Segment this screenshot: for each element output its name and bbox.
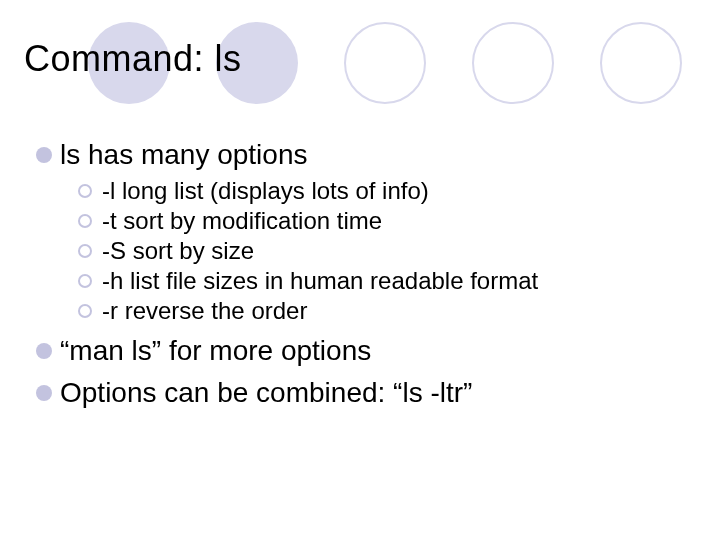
bullet-text: Options can be combined: “ls -ltr”: [60, 376, 472, 410]
decorative-circle: [600, 22, 682, 104]
sub-bullet-text: -h list file sizes in human readable for…: [102, 266, 538, 296]
bullet-circle-icon: [78, 214, 92, 228]
bullet-dot-icon: [36, 385, 52, 401]
decorative-circle: [472, 22, 554, 104]
sub-bullet-text: -S sort by size: [102, 236, 254, 266]
bullet-circle-icon: [78, 274, 92, 288]
decorative-circle: [344, 22, 426, 104]
bullet-level-1: “man ls” for more options: [36, 334, 684, 368]
bullet-level-2: -t sort by modification time: [78, 206, 684, 236]
bullet-level-1: Options can be combined: “ls -ltr”: [36, 376, 684, 410]
bullet-level-2: -S sort by size: [78, 236, 684, 266]
sub-bullet-text: -l long list (displays lots of info): [102, 176, 429, 206]
bullet-level-2: -h list file sizes in human readable for…: [78, 266, 684, 296]
bullet-circle-icon: [78, 304, 92, 318]
bullet-dot-icon: [36, 343, 52, 359]
bullet-level-2: -l long list (displays lots of info): [78, 176, 684, 206]
slide-title: Command: ls: [24, 38, 242, 80]
bullet-circle-icon: [78, 244, 92, 258]
sub-bullet-text: -r reverse the order: [102, 296, 307, 326]
bullet-circle-icon: [78, 184, 92, 198]
slide-content: ls has many options-l long list (display…: [36, 130, 684, 414]
sub-bullet-group: -l long list (displays lots of info)-t s…: [78, 176, 684, 326]
sub-bullet-text: -t sort by modification time: [102, 206, 382, 236]
bullet-level-1: ls has many options: [36, 138, 684, 172]
bullet-text: ls has many options: [60, 138, 307, 172]
bullet-text: “man ls” for more options: [60, 334, 371, 368]
bullet-level-2: -r reverse the order: [78, 296, 684, 326]
bullet-dot-icon: [36, 147, 52, 163]
